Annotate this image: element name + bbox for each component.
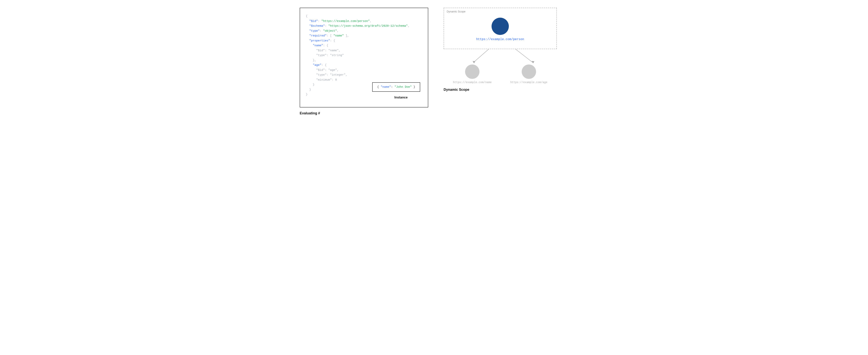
bottom-nodes-container: https://example.com/name https://example… xyxy=(443,64,557,84)
instance-value: "John Doe" xyxy=(395,85,412,89)
arrows-svg xyxy=(443,49,572,64)
diagram-area: Dynamic Scope https://example.com/person… xyxy=(440,8,568,84)
code-box: { "$id": "https://example.com/person", "… xyxy=(300,8,428,108)
svg-marker-1 xyxy=(472,61,475,63)
instance-sep: : xyxy=(391,85,395,89)
instance-brace-open: { xyxy=(377,85,381,89)
instance-brace-close: } xyxy=(412,85,415,89)
instance-box: { "name": "John Doe" } xyxy=(372,82,420,92)
svg-line-0 xyxy=(473,49,489,63)
right-panel: Dynamic Scope https://example.com/person… xyxy=(440,8,568,92)
age-node-url: https://example.com/age xyxy=(510,81,548,84)
left-panel: { "$id": "https://example.com/person", "… xyxy=(300,8,428,115)
bottom-node-age: https://example.com/age xyxy=(510,64,548,84)
main-container: { "$id": "https://example.com/person", "… xyxy=(300,8,568,115)
name-node-url: https://example.com/name xyxy=(453,81,492,84)
dashed-scope-box: Dynamic Scope https://example.com/person xyxy=(443,8,557,49)
bottom-node-name: https://example.com/name xyxy=(453,64,492,84)
main-node-circle xyxy=(492,18,509,35)
name-node-circle xyxy=(465,64,479,79)
age-node-circle xyxy=(522,64,536,79)
svg-line-2 xyxy=(516,49,533,63)
main-node-url: https://example.com/person xyxy=(448,38,553,41)
right-caption: Dynamic Scope xyxy=(443,88,469,92)
instance-label: Instance xyxy=(395,95,408,99)
instance-key: "name" xyxy=(381,85,391,89)
left-caption: Evaluating # xyxy=(300,111,320,115)
dashed-scope-label: Dynamic Scope xyxy=(447,10,465,13)
